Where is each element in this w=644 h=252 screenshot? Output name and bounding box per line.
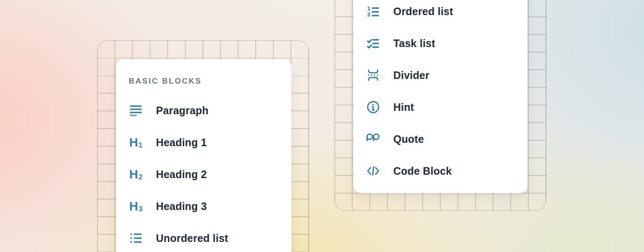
menu-item-task-list[interactable]: Task list xyxy=(366,27,517,59)
menu-item-label: Unordered list xyxy=(156,232,228,244)
menu-item-heading-3[interactable]: H3 Heading 3 xyxy=(129,190,281,222)
heading-letter: H xyxy=(129,136,138,149)
menu-item-label: Quote xyxy=(393,133,424,145)
menu-item-unordered-list[interactable]: Unordered list xyxy=(129,222,281,252)
menu-item-hint[interactable]: Hint xyxy=(366,91,517,123)
basic-blocks-menu: BASIC BLOCKS Paragraph H1 Heading 1 H2 H… xyxy=(116,59,291,252)
svg-text:1: 1 xyxy=(367,5,371,12)
unordered-list-icon xyxy=(129,231,143,245)
heading-letter: H xyxy=(129,200,138,213)
blocks-menu-continued: 1 2 Ordered list Task list xyxy=(353,0,527,193)
menu-item-heading-1[interactable]: H1 Heading 1 xyxy=(129,126,281,158)
hint-icon xyxy=(366,100,380,114)
menu-item-label: Paragraph xyxy=(156,105,208,117)
menu-section-header: BASIC BLOCKS xyxy=(129,74,281,88)
menu-item-label: Ordered list xyxy=(393,5,453,18)
menu-item-label: Code Block xyxy=(393,165,452,177)
divider-icon xyxy=(366,68,380,82)
heading-letter: H xyxy=(129,168,138,181)
code-block-icon xyxy=(366,164,380,178)
heading-2-icon: H2 xyxy=(129,167,143,181)
heading-subscript: 2 xyxy=(138,173,142,181)
ordered-list-icon: 1 2 xyxy=(366,4,380,18)
menu-item-label: Hint xyxy=(393,101,414,113)
menu-item-heading-2[interactable]: H2 Heading 2 xyxy=(129,158,281,190)
menu-item-label: Heading 1 xyxy=(156,136,207,149)
quote-icon xyxy=(366,132,380,146)
menu-item-code-block[interactable]: Code Block xyxy=(366,155,517,187)
menu-item-label: Heading 2 xyxy=(156,168,207,181)
menu-item-label: Task list xyxy=(393,37,435,50)
menu-item-label: Divider xyxy=(393,69,429,81)
heading-1-icon: H1 xyxy=(129,135,143,150)
menu-item-ordered-list[interactable]: 1 2 Ordered list xyxy=(366,0,517,27)
hero-illustration: BASIC BLOCKS Paragraph H1 Heading 1 H2 H… xyxy=(0,0,644,252)
task-list-icon xyxy=(366,36,380,50)
heading-3-icon: H3 xyxy=(129,199,143,213)
menu-item-quote[interactable]: Quote xyxy=(366,123,517,155)
svg-text:2: 2 xyxy=(367,11,371,18)
heading-subscript: 1 xyxy=(138,142,142,149)
paragraph-icon xyxy=(129,103,143,118)
menu-item-paragraph[interactable]: Paragraph xyxy=(129,94,281,126)
heading-subscript: 3 xyxy=(138,205,142,213)
menu-item-label: Heading 3 xyxy=(156,200,207,213)
menu-item-divider[interactable]: Divider xyxy=(366,59,517,91)
